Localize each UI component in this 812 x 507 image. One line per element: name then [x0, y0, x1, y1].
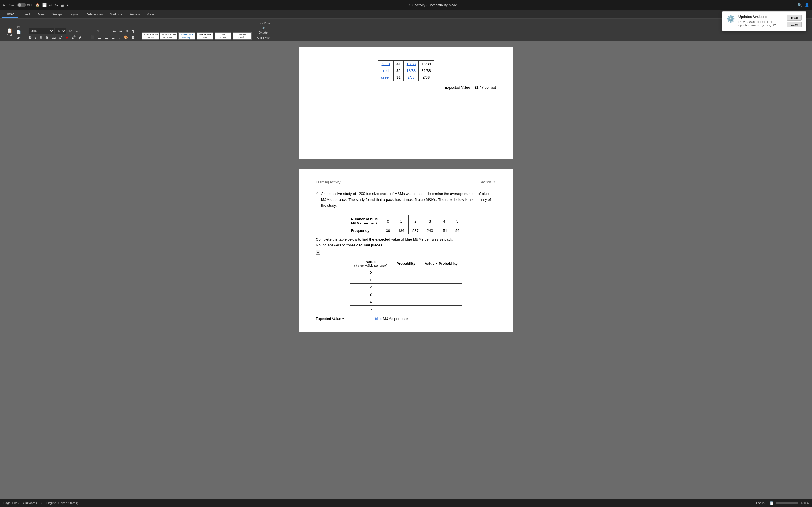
color-red-link[interactable]: red — [383, 68, 389, 73]
ribbon: Home Insert Draw Design Layout Reference… — [0, 10, 812, 41]
ev-suffix: M&Ms per pack — [383, 317, 408, 321]
vp-input-0[interactable] — [420, 269, 462, 276]
prob-input-1[interactable] — [392, 276, 420, 284]
tab-view[interactable]: View — [143, 11, 157, 17]
summary-header-main: Number of blueM&Ms per pack — [349, 216, 382, 227]
expected-value-2-line: Expected Value = blue M&Ms per pack — [316, 316, 496, 321]
font-size-selector[interactable]: 12 — [55, 28, 66, 34]
tab-layout[interactable]: Layout — [65, 11, 82, 17]
vp-input-2[interactable] — [420, 284, 462, 291]
bold-button[interactable]: B — [28, 35, 33, 40]
shading-button[interactable]: 🎨 — [122, 35, 130, 40]
dictate-button[interactable]: 🎤 Dictate — [258, 26, 269, 35]
sort-button[interactable]: ⇅ — [124, 29, 130, 34]
align-left-button[interactable]: ⬛ — [89, 35, 96, 40]
tab-draw[interactable]: Draw — [33, 11, 48, 17]
paste-button[interactable]: 📋 Paste — [4, 27, 15, 38]
vp-red: 36/38 — [419, 67, 434, 74]
multilevel-button[interactable]: ☷ — [105, 29, 110, 34]
font-grow-button[interactable]: A↑ — [67, 29, 74, 34]
style-heading1[interactable]: AaBbCcDHeading 1 — [179, 33, 195, 40]
install-button[interactable]: Install — [787, 15, 802, 20]
borders-button[interactable]: ⊞ — [130, 35, 136, 40]
vp-input-3[interactable] — [420, 291, 462, 298]
prob-green-link[interactable]: 2/38 — [407, 75, 414, 79]
tab-review[interactable]: Review — [125, 11, 143, 17]
numbering-button[interactable]: 1☰ — [96, 29, 104, 34]
vp-input-1[interactable] — [420, 276, 462, 284]
sensitivity-button[interactable]: Sensitivity — [256, 36, 271, 40]
cut-button[interactable]: ✂ — [15, 24, 22, 29]
vp-input-4[interactable] — [420, 298, 462, 305]
prob-black-link[interactable]: 18/38 — [407, 62, 416, 66]
text-effects-button[interactable]: A — [78, 35, 83, 40]
ev-blue-word: blue — [375, 317, 382, 321]
font-color-button[interactable]: A — [64, 35, 70, 40]
style-title[interactable]: AaBbCcDcTitle — [197, 33, 213, 40]
strikethrough-button[interactable]: S̶ — [45, 35, 50, 40]
sensitivity-label: Sensitivity — [257, 36, 269, 40]
bullets-button[interactable]: ☰ — [89, 29, 95, 34]
document-area: black $1 18/38 18/38 red $2 18/38 36/38 … — [0, 41, 812, 507]
color-black-link[interactable]: black — [382, 62, 390, 66]
accessibility-icon[interactable]: ✓ — [40, 501, 43, 505]
later-button[interactable]: Later — [787, 22, 802, 27]
save-icon[interactable]: 💾 — [42, 3, 47, 7]
col-header-probability: Probability — [392, 258, 420, 269]
style-subtitle[interactable]: AaBSubtitle — [214, 33, 232, 40]
justify-button[interactable]: ☰ — [110, 35, 116, 40]
line-spacing-button[interactable]: ↕ — [117, 35, 121, 40]
style-normal[interactable]: AaBbCcDdENormal — [142, 33, 159, 40]
tab-insert[interactable]: Insert — [18, 11, 33, 17]
style-subtle-emph[interactable]: Subtle Emph... — [233, 33, 252, 40]
subscript-button[interactable]: x₂ — [51, 35, 57, 40]
tab-mailings[interactable]: Mailings — [106, 11, 125, 17]
ev-blank[interactable] — [345, 316, 373, 321]
decrease-indent-button[interactable]: ⇤ — [111, 29, 117, 34]
undo-icon[interactable]: ↩ — [49, 3, 52, 7]
align-right-button[interactable]: ☰ — [103, 35, 109, 40]
zoom-slider[interactable] — [776, 503, 799, 504]
ribbon-tabs: Home Insert Draw Design Layout Reference… — [0, 10, 812, 18]
font-shrink-button[interactable]: A↓ — [75, 29, 82, 34]
format-painter-button[interactable]: 🖌 — [15, 35, 22, 40]
dropdown-icon[interactable]: ▾ — [66, 3, 68, 7]
vp-green: 2/38 — [419, 74, 434, 81]
font-name-selector[interactable]: Arial — [29, 28, 54, 34]
superscript-button[interactable]: x² — [58, 35, 64, 40]
redo-icon[interactable]: ↪ — [55, 3, 58, 7]
autosave-control[interactable]: AutoSave OFF — [3, 3, 33, 7]
increase-indent-button[interactable]: ⇥ — [118, 29, 123, 34]
focus-button[interactable]: Focus — [753, 501, 767, 506]
prob-input-4[interactable] — [392, 298, 420, 305]
notification-popup: ⚙️ Updates Available Do you want to inst… — [722, 11, 806, 31]
tab-references[interactable]: References — [82, 11, 106, 17]
title-bar: AutoSave OFF 🏠 💾 ↩ ↪ 🖨 ▾ 7C_Activity - C… — [0, 0, 812, 10]
tab-home[interactable]: Home — [2, 11, 18, 18]
search-icon[interactable]: 🔍 — [797, 3, 802, 7]
page-2[interactable]: Learning Activity Section 7C 2. An exten… — [299, 169, 513, 332]
tab-design[interactable]: Design — [48, 11, 65, 17]
styles-pane-button[interactable]: Styles Pane — [255, 21, 272, 25]
prob-input-3[interactable] — [392, 291, 420, 298]
show-formatting-button[interactable]: ¶ — [131, 29, 136, 34]
add-table-button[interactable]: + — [316, 250, 320, 255]
highlight-button[interactable]: 🖍 — [70, 35, 77, 40]
ribbon-styles: AaBbCcDdENormal AaBbCcDdENo Spacing AaBb… — [140, 32, 252, 40]
style-no-spacing[interactable]: AaBbCcDdENo Spacing — [160, 33, 177, 40]
print-icon[interactable]: 🖨 — [60, 3, 64, 7]
prob-input-0[interactable] — [392, 269, 420, 276]
prob-input-2[interactable] — [392, 284, 420, 291]
col-2: 2 — [408, 216, 423, 227]
vp-input-5[interactable] — [420, 305, 462, 313]
underline-button[interactable]: U — [38, 35, 44, 40]
align-center-button[interactable]: ☰ — [97, 35, 103, 40]
account-icon[interactable]: 👤 — [804, 3, 809, 7]
prob-red-link[interactable]: 18/38 — [407, 68, 416, 73]
italic-button[interactable]: I — [34, 35, 38, 40]
color-green-link[interactable]: green — [381, 75, 391, 79]
copy-button[interactable]: 📄 — [15, 30, 22, 35]
prob-input-5[interactable] — [392, 305, 420, 313]
expected-value-text: Expected Value = $1.47 per bet — [445, 86, 496, 90]
autosave-toggle[interactable] — [17, 3, 26, 7]
